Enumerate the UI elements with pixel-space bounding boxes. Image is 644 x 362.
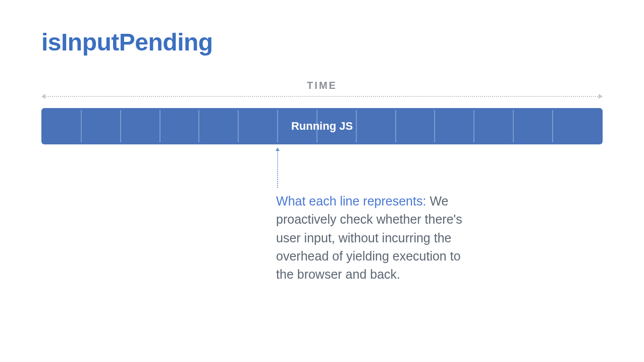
caption-block: What each line represents: We proactivel…	[276, 192, 478, 283]
page-title: isInputPending	[41, 28, 213, 56]
timeline-tick	[120, 110, 121, 142]
timeline-bar-label: Running JS	[41, 108, 603, 144]
caption-lead: What each line represents:	[276, 194, 426, 208]
timeline-tick	[316, 110, 317, 142]
timeline-tick	[395, 110, 396, 142]
axis-label: TIME	[41, 80, 603, 91]
timeline-tick	[198, 110, 199, 142]
timeline-tick	[81, 110, 82, 142]
slide-root: isInputPending TIME Running JS What each…	[0, 0, 644, 362]
timeline-tick	[159, 110, 160, 142]
timeline-tick	[473, 110, 474, 142]
time-axis	[41, 94, 603, 99]
timeline-bar-wrap: Running JS	[41, 108, 603, 144]
timeline-tick	[356, 110, 357, 142]
timeline-tick	[513, 110, 514, 142]
axis-arrow-right-icon	[599, 94, 603, 99]
pointer-arrow-icon	[277, 148, 278, 188]
timeline-tick	[434, 110, 435, 142]
axis-line	[44, 96, 600, 97]
timeline-tick	[238, 110, 239, 142]
timeline-tick	[277, 110, 278, 142]
timeline-tick	[552, 110, 553, 142]
timeline-bar: Running JS	[41, 108, 603, 144]
